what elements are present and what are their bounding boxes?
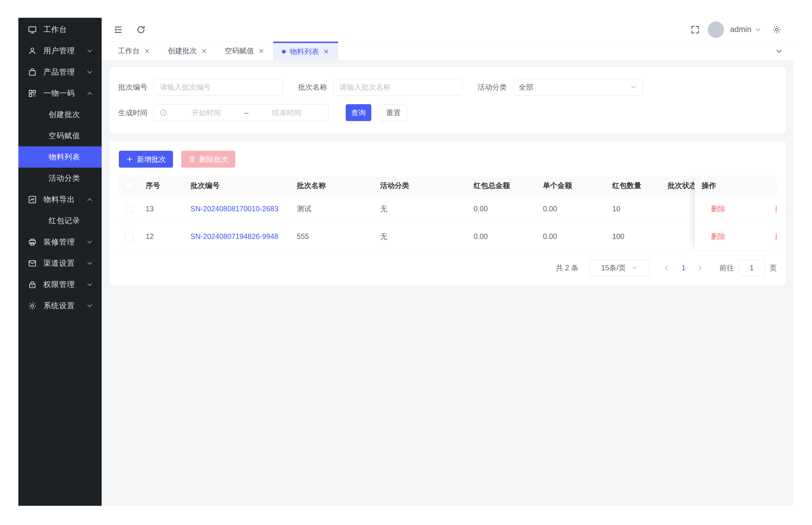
col-seq: 序号 <box>146 181 190 190</box>
topbar: admin <box>102 18 793 42</box>
tab-overflow-chevron-icon[interactable] <box>775 47 783 56</box>
category-label: 活动分类 <box>478 82 507 92</box>
sidebar-item-workbench[interactable]: 工作台 <box>18 19 102 40</box>
search-button[interactable]: 查询 <box>346 104 371 121</box>
reset-button[interactable]: 重置 <box>380 104 407 121</box>
date-range-picker[interactable]: 开始时间 – 结束时间 <box>154 104 329 121</box>
sidebar-item-label: 权限管理 <box>43 280 86 289</box>
delete-batch-button[interactable]: 删除批次 <box>181 151 235 168</box>
chevron-up-icon <box>86 196 93 204</box>
chevron-down-icon <box>86 47 93 55</box>
trash-icon <box>188 155 196 163</box>
collapse-sidebar-icon[interactable] <box>113 25 123 35</box>
sidebar: 工作台 用户管理 产品管理 一物一码 创建批次 空码赋值 物料列表 活动分类 <box>18 18 102 506</box>
close-icon[interactable] <box>201 48 207 54</box>
table-panel: 新增批次 删除批次 序号 批次编号 批次名称 <box>109 141 786 286</box>
qrcode-icon <box>28 89 37 98</box>
close-icon[interactable] <box>144 48 150 54</box>
tab-workbench[interactable]: 工作台 <box>109 42 159 60</box>
page-size-select[interactable]: 15条/页 <box>590 259 650 276</box>
fullscreen-icon[interactable] <box>690 25 700 35</box>
sidebar-item-label: 工作台 <box>43 25 93 35</box>
chevron-down-icon <box>631 264 638 271</box>
tab-create-batch[interactable]: 创建批次 <box>159 42 216 60</box>
user-icon <box>28 46 37 56</box>
chevron-down-icon <box>86 281 93 288</box>
app-window: 工作台 用户管理 产品管理 一物一码 创建批次 空码赋值 物料列表 活动分类 <box>18 18 793 506</box>
table-row: 13 SN-20240808170010-2683 测试 无 0.00 0.00… <box>119 195 777 223</box>
sidebar-item-empty-code-assign[interactable]: 空码赋值 <box>18 125 102 146</box>
goto-page-input[interactable] <box>739 259 765 276</box>
tab-strip: 工作台 创建批次 空码赋值 物料列表 <box>102 42 793 60</box>
sidebar-item-permission-mgmt[interactable]: 权限管理 <box>18 274 102 295</box>
row-checkbox[interactable] <box>125 232 133 241</box>
start-time-placeholder: 开始时间 <box>170 108 243 118</box>
col-count: 红包数量 <box>612 181 668 190</box>
sidebar-item-decoration-mgmt[interactable]: 装修管理 <box>18 231 102 253</box>
batch-no-input[interactable] <box>154 78 283 95</box>
close-icon[interactable] <box>258 48 264 54</box>
table-header-row: 序号 批次编号 批次名称 活动分类 红包总金额 单个金额 红包数量 批次状态 <box>119 176 777 195</box>
chevron-down-icon <box>86 259 93 267</box>
delete-row-link[interactable]: 删除 <box>711 232 725 241</box>
chevron-down-icon <box>754 26 762 33</box>
batch-no-link[interactable]: SN-20240808170010-2683 <box>190 205 278 213</box>
chevron-down-icon <box>630 83 637 91</box>
filter-panel: 批次编号 批次名称 活动分类 全部 <box>109 66 786 134</box>
sidebar-item-label: 一物一码 <box>43 88 86 99</box>
batch-name-label: 批次名称 <box>298 82 327 92</box>
add-batch-button[interactable]: 新增批次 <box>119 151 173 168</box>
end-time-placeholder: 结束时间 <box>250 108 323 118</box>
clipped-action-link: 删除 <box>775 205 777 213</box>
delete-row-link[interactable]: 删除 <box>711 204 725 214</box>
sidebar-item-one-code[interactable]: 一物一码 <box>18 82 102 104</box>
batch-name-input[interactable] <box>333 78 463 95</box>
total-count: 共 2 条 <box>556 263 578 273</box>
col-single: 单个金额 <box>543 181 612 190</box>
chevron-down-icon <box>86 302 93 310</box>
tab-material-list[interactable]: 物料列表 <box>273 42 338 60</box>
bag-icon <box>28 68 37 77</box>
plus-icon <box>126 155 133 163</box>
col-operation: 操作 <box>695 176 777 195</box>
chevron-down-icon <box>86 238 93 246</box>
sidebar-item-create-batch[interactable]: 创建批次 <box>18 104 102 125</box>
sidebar-item-redpacket-records[interactable]: 红包记录 <box>18 210 102 231</box>
batch-no-link[interactable]: SN-20240807194826-9948 <box>190 232 278 240</box>
next-page-icon[interactable] <box>696 264 704 272</box>
user-menu[interactable]: admin <box>730 25 762 34</box>
sidebar-item-material-list[interactable]: 物料列表 <box>18 146 102 168</box>
sidebar-item-activity-category[interactable]: 活动分类 <box>18 168 102 189</box>
goto-label: 前往 <box>720 263 734 273</box>
sidebar-item-product-mgmt[interactable]: 产品管理 <box>18 61 102 82</box>
prev-page-icon[interactable] <box>662 264 671 272</box>
close-icon[interactable] <box>323 48 329 55</box>
tab-empty-code-assign[interactable]: 空码赋值 <box>216 42 273 60</box>
chevron-down-icon <box>86 69 93 76</box>
sidebar-item-material-export[interactable]: 物料导出 <box>18 189 102 210</box>
refresh-icon[interactable] <box>136 25 146 35</box>
chevron-up-icon <box>86 90 93 97</box>
page-unit-label: 页 <box>769 263 777 273</box>
clipped-action-link: 删除 <box>775 232 777 241</box>
monitor-icon <box>28 25 37 34</box>
clock-icon <box>159 108 168 117</box>
current-page[interactable]: 1 <box>682 264 686 272</box>
active-tab-dot <box>282 50 286 54</box>
sidebar-item-system-settings[interactable]: 系统设置 <box>18 295 102 316</box>
category-select[interactable]: 全部 <box>513 78 643 95</box>
col-category: 活动分类 <box>380 181 474 190</box>
sidebar-item-channel-settings[interactable]: 渠道设置 <box>18 253 102 274</box>
select-all-checkbox[interactable] <box>125 181 133 190</box>
settings-gear-icon[interactable] <box>772 25 782 35</box>
col-name: 批次名称 <box>297 181 380 190</box>
gear-icon <box>28 301 37 311</box>
fixed-operation-column: 操作 删除 删除 删除 删除 <box>695 176 777 250</box>
topbar-right: admin <box>690 21 782 38</box>
sidebar-item-label: 装修管理 <box>43 237 86 247</box>
sidebar-item-user-mgmt[interactable]: 用户管理 <box>18 40 102 61</box>
range-separator: – <box>243 108 250 117</box>
avatar[interactable] <box>708 21 724 38</box>
pagination: 共 2 条 15条/页 1 前往 页 <box>119 259 777 276</box>
row-checkbox[interactable] <box>125 205 133 213</box>
